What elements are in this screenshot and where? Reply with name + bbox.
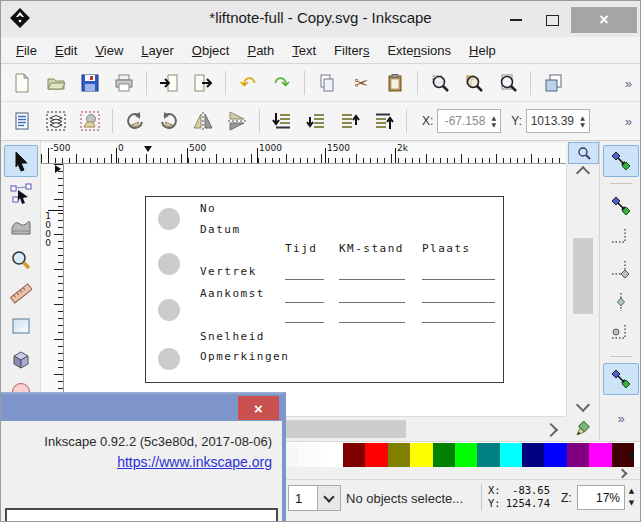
rotate-ccw-button[interactable] [120, 107, 150, 135]
snap-bounding-box-button[interactable] [603, 190, 639, 222]
spin-down-icon[interactable]: ▼ [492, 122, 497, 128]
spin-up-icon[interactable]: ▲ [629, 488, 634, 495]
snap-bbox-centers-button[interactable] [603, 318, 639, 350]
save-document-button[interactable] [75, 69, 105, 97]
palette-swatch[interactable] [567, 443, 589, 467]
print-button[interactable] [109, 69, 139, 97]
color-managed-display-toggle[interactable] [566, 416, 599, 441]
column-header-plaats[interactable]: Plaats [422, 242, 471, 255]
copy-button[interactable] [312, 69, 342, 97]
snap-bbox-corners-button[interactable] [603, 254, 639, 286]
menu-layer[interactable]: Layer [132, 40, 183, 61]
layer-selector-dropdown[interactable] [317, 485, 341, 511]
palette-swatch[interactable] [321, 443, 343, 467]
x-spin-arrows[interactable]: ▲▼ [487, 115, 500, 128]
horizontal-ruler[interactable]: -5000500100015002k [41, 143, 566, 164]
tool-options-overflow-button[interactable]: » [625, 114, 632, 129]
lower-to-bottom-button[interactable] [267, 107, 297, 135]
y-coordinate-spinbox[interactable]: 1013.39 ▲▼ [526, 109, 590, 133]
snap-toolbar-overflow-button[interactable]: » [617, 411, 624, 426]
node-tool-button[interactable] [4, 178, 38, 210]
tweak-tool-button[interactable] [4, 211, 38, 243]
menu-path[interactable]: Path [238, 40, 283, 61]
punch-hole-circle[interactable] [158, 299, 180, 321]
zoom-tool-button[interactable] [4, 244, 38, 276]
label-no[interactable]: No [200, 202, 216, 215]
entry-line[interactable] [285, 302, 324, 303]
entry-line[interactable] [422, 302, 495, 303]
snap-bbox-edge-midpoints-button[interactable] [603, 286, 639, 318]
redo-button[interactable]: ↷ [267, 69, 297, 97]
export-button[interactable] [188, 69, 218, 97]
punch-hole-circle[interactable] [158, 253, 180, 275]
spin-down-icon[interactable]: ▼ [580, 122, 585, 128]
entry-line[interactable] [339, 322, 405, 323]
y-spin-arrows[interactable]: ▲▼ [576, 115, 589, 128]
scroll-right-icon[interactable] [544, 423, 558, 437]
menu-filters[interactable]: Filters [325, 40, 378, 61]
palette-swatch[interactable] [410, 443, 432, 467]
zoom-spinbox[interactable]: 17% [577, 485, 625, 510]
palette-swatch[interactable] [522, 443, 544, 467]
zoom-spin-arrows[interactable]: ▲ ▼ [625, 485, 638, 510]
open-document-button[interactable] [41, 69, 71, 97]
lower-one-step-button[interactable] [301, 107, 331, 135]
inkscape-website-link[interactable]: https://www.inkscape.org [117, 454, 272, 470]
select-all-button[interactable] [7, 107, 37, 135]
label-opmerkingen[interactable]: Opmerkingen [200, 350, 289, 363]
spin-down-icon[interactable]: ▼ [629, 500, 634, 507]
snap-bbox-edges-button[interactable] [603, 222, 639, 254]
vertical-scrollbar-thumb[interactable] [573, 238, 593, 314]
entry-line[interactable] [422, 279, 495, 280]
menu-help[interactable]: Help [460, 40, 505, 61]
entry-line[interactable] [339, 279, 405, 280]
undo-button[interactable]: ↶ [233, 69, 263, 97]
deselect-button[interactable] [75, 107, 105, 135]
y-coordinate-value[interactable]: 1013.39 [527, 114, 576, 128]
scroll-up-icon[interactable] [576, 166, 590, 180]
paste-button[interactable] [380, 69, 410, 97]
vertical-scrollbar[interactable] [566, 164, 599, 416]
entry-line[interactable] [285, 322, 324, 323]
maximize-button[interactable] [535, 7, 569, 33]
label-snelheid[interactable]: Snelheid [200, 330, 265, 343]
column-header-tijd[interactable]: Tijd [285, 242, 318, 255]
palette-swatch[interactable] [433, 443, 455, 467]
rotate-cw-button[interactable] [154, 107, 184, 135]
raise-one-step-button[interactable] [335, 107, 365, 135]
snap-nodes-button[interactable] [603, 363, 639, 395]
toolbar-overflow-button[interactable]: » [625, 76, 632, 91]
palette-swatch[interactable] [343, 443, 365, 467]
scroll-down-icon[interactable] [576, 398, 590, 412]
zoom-page-button[interactable] [493, 69, 523, 97]
raise-to-top-button[interactable] [369, 107, 399, 135]
menu-edit[interactable]: Edit [46, 40, 86, 61]
palette-swatch[interactable] [365, 443, 387, 467]
entry-line[interactable] [422, 322, 495, 323]
import-button[interactable] [154, 69, 184, 97]
menu-file[interactable]: File [7, 40, 46, 61]
entry-line[interactable] [339, 302, 405, 303]
flip-horizontal-button[interactable] [188, 107, 218, 135]
palette-swatch[interactable] [544, 443, 566, 467]
zoom-resize-toggle-button[interactable] [568, 142, 599, 164]
menu-extensions[interactable]: Extensions [378, 40, 460, 61]
x-coordinate-value[interactable]: -67.158 [438, 114, 487, 128]
select-all-layers-button[interactable] [41, 107, 71, 135]
palette-swatch[interactable] [298, 443, 320, 467]
minimize-button[interactable] [499, 7, 533, 33]
spin-up-icon[interactable]: ▲ [580, 115, 585, 121]
label-vertrek[interactable]: Vertrek [200, 265, 257, 278]
box3d-tool-button[interactable] [4, 343, 38, 375]
duplicate-button[interactable] [538, 69, 568, 97]
palette-swatch[interactable] [388, 443, 410, 467]
layer-selector-value[interactable]: 1 [288, 485, 318, 511]
punch-hole-circle[interactable] [158, 348, 180, 370]
palette-swatch[interactable] [455, 443, 477, 467]
rectangle-tool-button[interactable] [4, 310, 38, 342]
palette-scroll-right-icon[interactable] [618, 469, 628, 479]
drawing-canvas[interactable]: No Datum Tijd KM-stand Plaats Vertrek Aa… [64, 164, 566, 416]
cut-button[interactable]: ✂ [346, 69, 376, 97]
liftnote-form-rectangle[interactable]: No Datum Tijd KM-stand Plaats Vertrek Aa… [145, 196, 504, 383]
menu-object[interactable]: Object [183, 40, 239, 61]
